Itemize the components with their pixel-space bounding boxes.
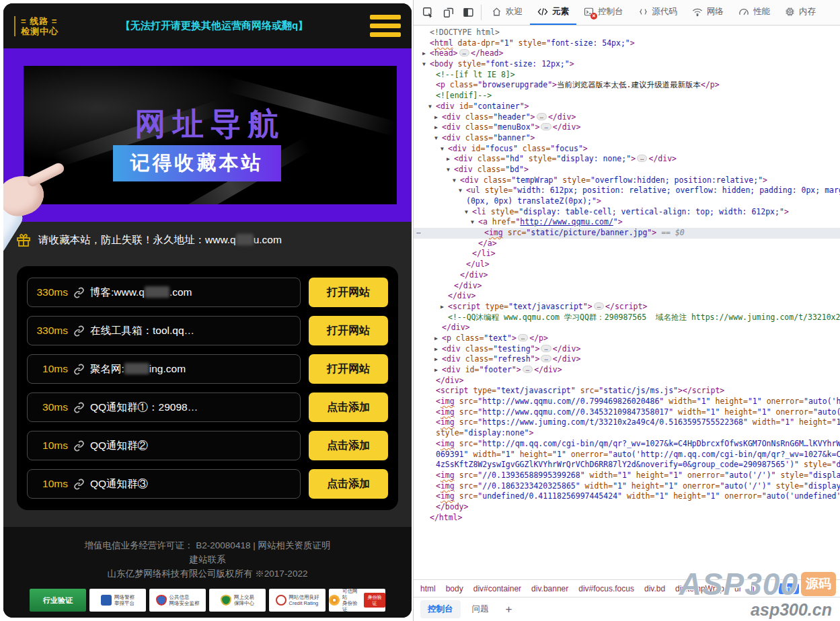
tab-sources[interactable]: 源代码 bbox=[631, 0, 685, 25]
open-site-button[interactable]: 点击添加 bbox=[309, 392, 388, 422]
code-line[interactable]: </ul> bbox=[414, 259, 840, 270]
code-line[interactable]: ▼<a href="http://www.qqmu.com/"> bbox=[414, 217, 840, 228]
code-line[interactable]: <!--[if lt IE 8]> bbox=[414, 70, 840, 81]
open-site-button[interactable]: 打开网站 bbox=[309, 278, 388, 307]
banner[interactable]: 网址导航 记得收藏本站 bbox=[3, 48, 412, 222]
code-line[interactable]: <![endif]--> bbox=[414, 91, 840, 101]
collapse-arrow-icon[interactable]: ▼ bbox=[465, 207, 472, 218]
expand-inline-icon[interactable]: … bbox=[518, 334, 528, 341]
code-line[interactable]: ▶<div class="menuBox">…</div> bbox=[414, 122, 840, 133]
open-site-button[interactable]: 点击添加 bbox=[309, 469, 388, 499]
code-line[interactable]: ▼<div class="tempWrap" style="overflow:h… bbox=[414, 175, 840, 186]
code-line[interactable]: <p class="browserupgrade">当前浏览器版本太低.建议升级… bbox=[414, 80, 840, 91]
code-line[interactable]: </div> bbox=[414, 376, 840, 386]
code-line[interactable]: ▼<div id="focus" class="focus"> bbox=[414, 144, 840, 155]
expand-inline-icon[interactable]: … bbox=[541, 355, 551, 362]
code-line[interactable]: </li> bbox=[414, 249, 840, 259]
code-line[interactable]: <img src="//0.1863233420325865" width="1… bbox=[414, 481, 840, 492]
tab-memory[interactable]: 内存 bbox=[777, 0, 823, 25]
code-line[interactable]: ▶<p class="text">…</p> bbox=[414, 333, 840, 344]
collapse-arrow-icon[interactable]: ▼ bbox=[428, 101, 436, 112]
expand-inline-icon[interactable]: … bbox=[594, 302, 604, 310]
tab-console[interactable]: ✕控制台 bbox=[576, 0, 631, 25]
expand-arrow-icon[interactable]: ▶ bbox=[441, 302, 448, 313]
code-line[interactable]: ▼<div id="container"> bbox=[414, 101, 840, 112]
drawer-tab-issues[interactable]: 问题 bbox=[465, 600, 496, 618]
code-line[interactable]: <html data-dpr="1" style="font-size: 54p… bbox=[414, 38, 840, 49]
expand-inline-icon[interactable]: … bbox=[537, 113, 547, 120]
expand-arrow-icon[interactable]: ▶ bbox=[434, 333, 442, 344]
expand-arrow-icon[interactable]: ▶ bbox=[434, 122, 442, 133]
breadcrumb-item[interactable]: li bbox=[751, 584, 754, 593]
expand-inline-icon[interactable]: … bbox=[459, 49, 469, 56]
tab-home[interactable]: 欢迎 bbox=[484, 0, 530, 25]
code-line[interactable]: ▶<div class="hd" style="display: none;">… bbox=[414, 154, 840, 165]
breadcrumb-item[interactable]: a bbox=[765, 584, 769, 593]
breadcrumb-item[interactable]: div#container bbox=[473, 584, 521, 593]
breadcrumb-item[interactable]: div.bd bbox=[644, 584, 665, 593]
open-site-button[interactable]: 打开网站 bbox=[309, 316, 388, 345]
code-line[interactable]: 4zSsKftZ8W2yswIgvGGZlKVYhrWrQrVChD6RR87l… bbox=[414, 460, 840, 470]
code-line[interactable]: <img src="//0.13936588995399268" width="… bbox=[414, 470, 840, 481]
collapse-arrow-icon[interactable]: ▼ bbox=[453, 175, 460, 186]
open-site-button[interactable]: 打开网站 bbox=[309, 354, 388, 384]
code-line[interactable]: </body> bbox=[414, 502, 840, 513]
code-line[interactable]: </div> bbox=[414, 281, 840, 292]
tab-elements[interactable]: 元素 bbox=[530, 0, 576, 25]
code-line[interactable]: <!--QQ沐编程 www.qqmu.com 学习QQ群：290987565 域… bbox=[414, 313, 840, 323]
breadcrumb-item[interactable]: img bbox=[779, 583, 798, 594]
expand-inline-icon[interactable]: … bbox=[523, 366, 533, 373]
code-line[interactable]: ▼<div class="bd"> bbox=[414, 165, 840, 175]
collapse-arrow-icon[interactable]: ▼ bbox=[434, 133, 442, 144]
code-line[interactable]: <img src="http://www.qqmu.com//0.3453210… bbox=[414, 407, 840, 418]
expand-arrow-icon[interactable]: ▶ bbox=[422, 48, 430, 59]
breadcrumb-item[interactable]: body bbox=[446, 584, 463, 593]
expand-arrow-icon[interactable]: ▶ bbox=[434, 112, 442, 123]
code-line[interactable]: </a> bbox=[414, 239, 840, 249]
code-line[interactable]: style="display:none"> bbox=[414, 428, 840, 439]
collapse-arrow-icon[interactable]: ▼ bbox=[459, 185, 466, 196]
hamburger-menu-icon[interactable] bbox=[370, 15, 401, 37]
selected-line-gutter[interactable]: ⋯ bbox=[416, 228, 422, 239]
breadcrumb-item[interactable]: html bbox=[420, 584, 436, 593]
code-line[interactable]: ▶<head>…</head> bbox=[414, 48, 840, 59]
open-site-button[interactable]: 点击添加 bbox=[309, 431, 388, 460]
expand-inline-icon[interactable]: … bbox=[541, 345, 551, 352]
expand-inline-icon[interactable]: … bbox=[541, 123, 551, 130]
expand-arrow-icon[interactable]: ▶ bbox=[434, 354, 442, 365]
code-line[interactable]: ▶<div class="header">…</div> bbox=[414, 112, 840, 123]
device-toolbar-icon[interactable] bbox=[438, 0, 458, 25]
footer-contact-line[interactable]: 建站联系 bbox=[3, 552, 412, 567]
code-line[interactable]: ▼<li style="display: table-cell; vertica… bbox=[414, 207, 840, 218]
drawer-tab-console[interactable]: 控制台 bbox=[420, 600, 461, 618]
code-line[interactable]: <img src="http://qm.qq.com/cgi-bin/qm/qr… bbox=[414, 439, 840, 450]
collapse-arrow-icon[interactable]: ▼ bbox=[422, 59, 430, 70]
code-line[interactable]: </div> bbox=[414, 323, 840, 333]
code-line[interactable]: ▶<script type="text/javascript">…</scrip… bbox=[414, 302, 840, 313]
inspect-icon[interactable] bbox=[418, 0, 438, 25]
code-line[interactable]: ▼<div class="banner"> bbox=[414, 133, 840, 144]
code-line[interactable]: (0px, 0px) translateZ(0px);"> bbox=[414, 196, 840, 207]
code-line[interactable]: <img src="http://www.qqmu.com//0.7994698… bbox=[414, 397, 840, 407]
code-line[interactable]: </div> bbox=[414, 270, 840, 281]
collapse-arrow-icon[interactable]: ▼ bbox=[441, 144, 448, 155]
code-line[interactable]: <script type="text/javascript" src="stat… bbox=[414, 386, 840, 397]
code-line[interactable]: ▼<ul style="width: 612px; position: rela… bbox=[414, 185, 840, 196]
code-line[interactable]: <img src="https://www.juming.com/t/33210… bbox=[414, 417, 840, 428]
code-line[interactable]: <img src="undefined/0.41118256997445424"… bbox=[414, 491, 840, 502]
dock-icon[interactable] bbox=[458, 0, 478, 25]
code-line[interactable]: </html> bbox=[414, 513, 840, 524]
code-line[interactable]: <!DOCTYPE html> bbox=[414, 28, 840, 38]
expand-arrow-icon[interactable]: ▶ bbox=[447, 154, 454, 165]
expand-arrow-icon[interactable]: ▶ bbox=[434, 344, 442, 355]
expand-inline-icon[interactable]: … bbox=[637, 155, 647, 162]
expand-arrow-icon[interactable]: ▶ bbox=[434, 365, 442, 376]
collapse-arrow-icon[interactable]: ▼ bbox=[471, 217, 478, 228]
breadcrumb-item[interactable]: div#focus.focus bbox=[578, 584, 634, 593]
code-line[interactable]: ▶<div class="testing">…</div> bbox=[414, 344, 840, 355]
code-line[interactable]: ▼<body style="font-size: 12px;"> bbox=[414, 59, 840, 70]
code-line[interactable]: 069391" width="1" height="1" onerror="au… bbox=[414, 450, 840, 460]
collapse-arrow-icon[interactable]: ▼ bbox=[447, 165, 454, 175]
code-line[interactable]: ▶<div id="footer">…</div> bbox=[414, 365, 840, 376]
breadcrumb-item[interactable]: ul bbox=[734, 584, 740, 593]
